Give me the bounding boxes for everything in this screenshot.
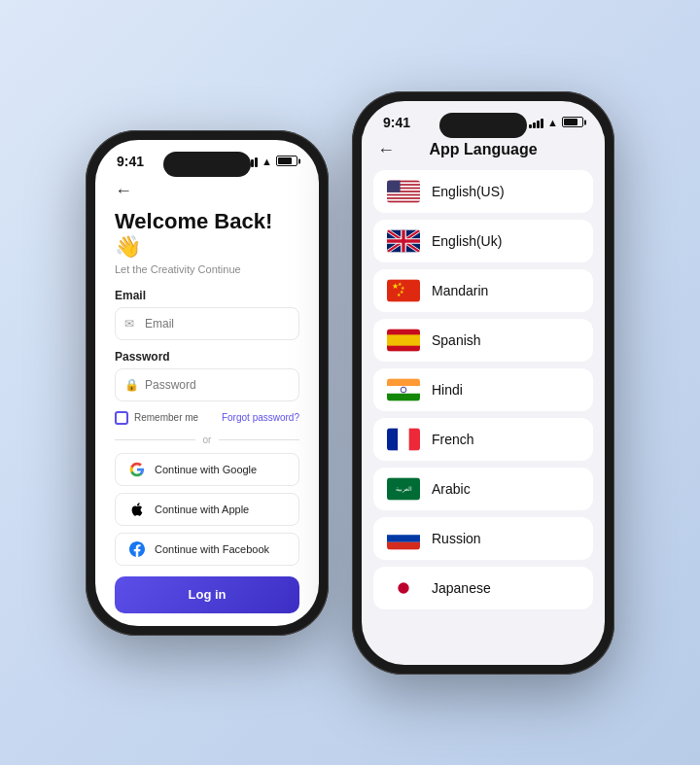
- language-name: English(US): [432, 184, 505, 199]
- svg-rect-26: [387, 527, 420, 535]
- svg-rect-22: [398, 428, 408, 450]
- battery-icon-2: [562, 117, 583, 127]
- back-button[interactable]: ←: [115, 181, 299, 201]
- flag-sa: العربية: [387, 477, 420, 501]
- battery-icon: [276, 156, 298, 166]
- signal-icon-2: [529, 117, 543, 128]
- svg-rect-19: [387, 393, 420, 400]
- svg-rect-28: [387, 541, 420, 549]
- flag-ru: [387, 527, 420, 550]
- svg-rect-6: [387, 198, 420, 200]
- language-back-button[interactable]: ←: [377, 140, 395, 160]
- password-input-wrapper: 🔒: [115, 368, 299, 401]
- lock-icon: 🔒: [124, 378, 139, 392]
- list-item[interactable]: ★ ★ ★ ★ ★ Mandarin: [373, 269, 593, 312]
- svg-point-30: [398, 582, 408, 593]
- svg-rect-4: [387, 191, 420, 193]
- svg-rect-27: [387, 535, 420, 542]
- flag-us: [387, 180, 420, 203]
- password-input[interactable]: [115, 368, 299, 401]
- remember-checkbox[interactable]: [115, 411, 128, 425]
- language-screen: 9:41 ▲ ← App Language: [362, 101, 605, 665]
- status-time-2: 9:41: [383, 115, 410, 130]
- apple-button[interactable]: Continue with Apple: [115, 493, 299, 526]
- status-icons-2: ▲: [529, 117, 583, 128]
- status-time: 9:41: [117, 154, 144, 169]
- wifi-icon: ▲: [262, 156, 272, 167]
- flag-jp: [387, 576, 420, 600]
- wifi-icon-2: ▲: [547, 117, 558, 128]
- list-item[interactable]: Spanish: [373, 319, 593, 362]
- flag-es: [387, 329, 420, 352]
- apple-icon: [127, 500, 147, 519]
- flag-uk: [387, 229, 420, 253]
- google-button-label: Continue with Google: [155, 464, 257, 475]
- email-label: Email: [115, 289, 299, 302]
- divider-line-left: [115, 439, 195, 440]
- svg-rect-16: [387, 334, 420, 345]
- flag-fr: [387, 428, 420, 451]
- svg-rect-23: [409, 428, 420, 450]
- welcome-title: Welcome Back! 👋: [115, 209, 299, 260]
- divider: or: [115, 435, 299, 445]
- dynamic-island: [163, 152, 251, 177]
- google-button[interactable]: Continue with Google: [115, 453, 299, 486]
- login-phone: 9:41 ▲ ← Welcome Back! 👋 Let the Creativ…: [86, 130, 329, 636]
- svg-rect-17: [387, 378, 420, 386]
- facebook-button-label: Continue with Facebook: [155, 543, 269, 555]
- language-name: English(Uk): [432, 233, 502, 249]
- forgot-link[interactable]: Forgot password?: [222, 412, 299, 423]
- language-title: App Language: [395, 141, 572, 158]
- list-item[interactable]: English(Uk): [373, 220, 593, 262]
- remember-left: Remember me: [115, 411, 198, 425]
- list-item[interactable]: English(US): [373, 170, 593, 213]
- dynamic-island-2: [439, 113, 527, 138]
- language-name: Mandarin: [432, 283, 488, 298]
- email-input[interactable]: [115, 307, 299, 340]
- email-icon: ✉: [124, 317, 134, 330]
- apple-button-label: Continue with Apple: [155, 504, 249, 515]
- facebook-button[interactable]: Continue with Facebook: [115, 533, 299, 566]
- flag-in: [387, 378, 420, 401]
- language-phone: 9:41 ▲ ← App Language: [352, 91, 614, 675]
- svg-text:العربية: العربية: [396, 485, 412, 492]
- remember-row: Remember me Forgot password?: [115, 411, 299, 425]
- google-icon: [127, 460, 147, 479]
- language-header: ← App Language: [362, 134, 605, 170]
- list-item[interactable]: Hindi: [373, 368, 593, 411]
- welcome-subtitle: Let the Creativity Continue: [115, 263, 299, 275]
- language-name: Arabic: [432, 481, 471, 497]
- svg-rect-5: [387, 195, 420, 197]
- language-name: Hindi: [432, 382, 463, 398]
- language-name: Spanish: [432, 332, 481, 348]
- remember-label: Remember me: [134, 412, 198, 423]
- email-input-wrapper: ✉: [115, 307, 299, 340]
- list-item[interactable]: Japanese: [373, 567, 593, 609]
- language-name: Japanese: [432, 580, 491, 596]
- language-name: French: [432, 432, 474, 447]
- svg-rect-7: [387, 180, 401, 191]
- flag-cn: ★ ★ ★ ★ ★: [387, 279, 420, 302]
- language-list: English(US) English(Uk): [362, 170, 605, 609]
- list-item[interactable]: Russion: [373, 517, 593, 560]
- password-label: Password: [115, 350, 299, 364]
- svg-rect-21: [387, 428, 398, 450]
- login-screen: 9:41 ▲ ← Welcome Back! 👋 Let the Creativ…: [95, 140, 319, 626]
- status-icons: ▲: [243, 156, 298, 167]
- facebook-icon: [127, 539, 147, 559]
- divider-line-right: [219, 439, 299, 440]
- login-button[interactable]: Log in: [115, 576, 299, 613]
- language-name: Russion: [432, 531, 481, 546]
- list-item[interactable]: العربية Arabic: [373, 468, 593, 510]
- login-content: ← Welcome Back! 👋 Let the Creativity Con…: [95, 173, 319, 626]
- divider-text: or: [203, 435, 212, 445]
- list-item[interactable]: French: [373, 418, 593, 461]
